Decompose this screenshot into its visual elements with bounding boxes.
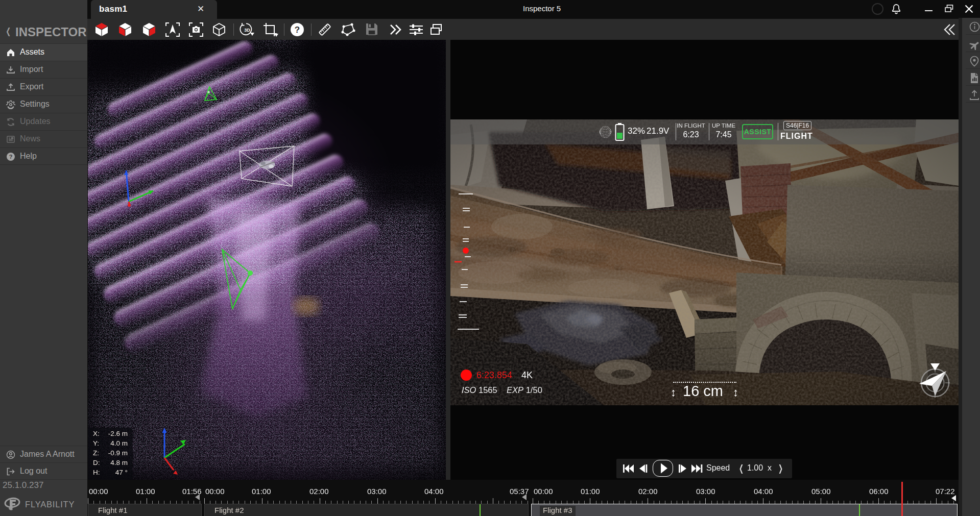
svg-text:47 °: 47 ° xyxy=(115,469,128,476)
svg-text:D:: D: xyxy=(93,459,100,466)
svg-text:3D: 3D xyxy=(244,28,250,33)
svg-text:?: ? xyxy=(9,154,13,160)
svg-text:-2.6 m: -2.6 m xyxy=(108,430,128,437)
svg-text:4.0 m: 4.0 m xyxy=(110,439,128,447)
svg-text:FLYABILITY: FLYABILITY xyxy=(25,500,75,509)
svg-text:Z:: Z: xyxy=(93,449,99,457)
svg-text:-0.9 m: -0.9 m xyxy=(108,449,128,457)
svg-text:?: ? xyxy=(295,25,300,35)
svg-text:Y:: Y: xyxy=(93,439,99,447)
svg-text:H:: H: xyxy=(93,469,100,476)
svg-text:4.8 m: 4.8 m xyxy=(110,459,128,466)
svg-text:X:: X: xyxy=(93,430,100,437)
